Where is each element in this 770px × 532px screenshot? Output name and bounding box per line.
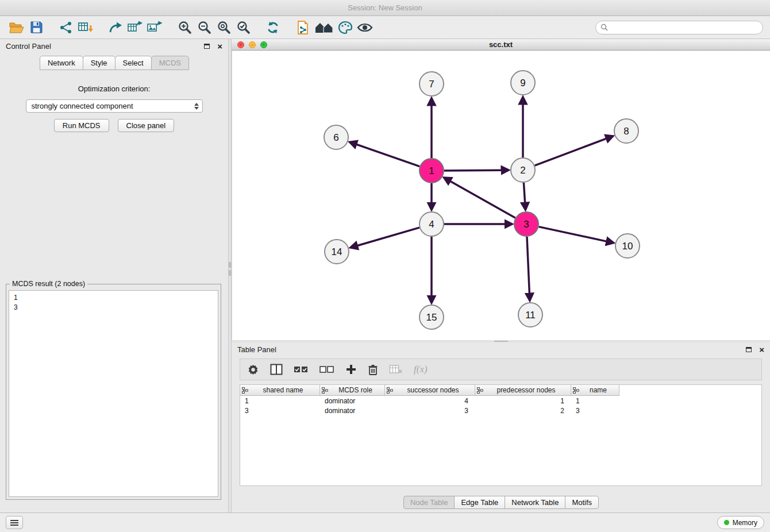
close-panel-icon[interactable]: ×: [759, 345, 764, 354]
column-header-name[interactable]: name: [571, 385, 619, 396]
column-tree-icon: [477, 387, 483, 394]
zoom-out-icon: [197, 20, 211, 34]
graph-edge-3-10[interactable]: [539, 227, 608, 242]
graph-node-15[interactable]: 15: [419, 305, 444, 329]
graph-node-9[interactable]: 9: [511, 71, 535, 95]
memory-button[interactable]: Memory: [717, 516, 764, 529]
delete-column-button[interactable]: [368, 364, 378, 376]
network-graph[interactable]: 7968124310141511: [232, 51, 770, 340]
zoom-in-button[interactable]: [175, 18, 194, 37]
tab-node-table[interactable]: Node Table: [403, 496, 455, 509]
graph-node-10[interactable]: 10: [615, 234, 640, 258]
cell-shared-name[interactable]: 1: [240, 396, 320, 406]
graph-edge-2-3[interactable]: [523, 183, 525, 204]
graph-node-2[interactable]: 2: [511, 158, 535, 182]
open-file-button[interactable]: [7, 18, 26, 37]
graph-edge-4-14[interactable]: [356, 228, 419, 246]
maximize-window-button[interactable]: +: [260, 41, 267, 48]
graph-node-1[interactable]: 1: [419, 159, 444, 183]
export-network-button[interactable]: [106, 18, 125, 37]
cell-mcds-role[interactable]: dominator: [320, 406, 385, 415]
import-table-button[interactable]: [76, 18, 95, 37]
cell-predecessor-nodes[interactable]: 2: [475, 406, 571, 415]
network-canvas[interactable]: 7968124310141511: [232, 51, 770, 340]
application-window: Session: New Session: [0, 0, 770, 532]
graph-node-4[interactable]: 4: [419, 212, 444, 236]
cell-successor-nodes[interactable]: 4: [385, 396, 475, 406]
graph-node-label: 3: [523, 219, 529, 230]
graph-node-7[interactable]: 7: [419, 72, 444, 96]
home-button[interactable]: [313, 18, 336, 37]
column-header-predecessor-nodes[interactable]: predecessor nodes: [475, 385, 571, 396]
tab-style[interactable]: Style: [83, 56, 116, 70]
mcds-result-box: MCDS result (2 nodes) 1 3: [6, 284, 221, 500]
column-tree-icon: [322, 387, 328, 394]
graph-node-14[interactable]: 14: [325, 240, 349, 264]
dropdown-arrows-icon: [194, 103, 199, 110]
tab-network-table[interactable]: Network Table: [505, 496, 565, 509]
show-columns-button[interactable]: [270, 364, 283, 375]
search-box[interactable]: [595, 21, 763, 34]
menu-button[interactable]: [6, 516, 23, 529]
save-session-button[interactable]: [26, 18, 46, 37]
export-table-button[interactable]: [125, 18, 145, 37]
graph-edge-3-11[interactable]: [527, 237, 530, 295]
zoom-out-button[interactable]: [194, 18, 214, 37]
table-row[interactable]: 1 dominator 4 1 1: [240, 396, 761, 406]
cell-successor-nodes[interactable]: 3: [385, 406, 475, 415]
graph-node-6[interactable]: 6: [324, 125, 348, 149]
graph-edge-3-1[interactable]: [449, 180, 515, 218]
cell-predecessor-nodes[interactable]: 1: [475, 396, 571, 406]
graph-edge-1-6[interactable]: [355, 144, 419, 167]
tab-mcds[interactable]: MCDS: [151, 56, 189, 70]
tab-edge-table[interactable]: Edge Table: [454, 496, 505, 509]
graph-edge-1-2[interactable]: [444, 170, 503, 171]
apply-style-button[interactable]: [336, 18, 355, 37]
export-image-button[interactable]: [145, 18, 164, 37]
columns-icon: [270, 364, 283, 375]
show-hide-button[interactable]: [355, 18, 375, 37]
add-column-button[interactable]: [345, 364, 357, 375]
column-header-successor-nodes[interactable]: successor nodes: [385, 385, 475, 396]
import-network-button[interactable]: [56, 18, 76, 37]
cell-name[interactable]: 3: [571, 406, 619, 415]
splitter-grip[interactable]: [494, 341, 508, 342]
graph-node-8[interactable]: 8: [614, 119, 638, 143]
tab-network[interactable]: Network: [40, 56, 83, 70]
cell-name[interactable]: 1: [571, 396, 619, 406]
cell-mcds-role[interactable]: dominator: [320, 396, 385, 406]
zoom-in-icon: [178, 20, 192, 34]
tab-select[interactable]: Select: [115, 56, 152, 70]
delete-table-button[interactable]: [389, 364, 403, 375]
close-window-button[interactable]: ×: [237, 41, 244, 48]
function-builder-button[interactable]: f(x): [414, 364, 428, 375]
search-input[interactable]: [611, 24, 758, 32]
refresh-button[interactable]: [263, 18, 283, 37]
criterion-dropdown[interactable]: strongly connected component: [26, 99, 203, 113]
splitter-grip[interactable]: [229, 262, 231, 268]
column-header-mcds-role[interactable]: MCDS role: [320, 385, 385, 396]
graph-node-3[interactable]: 3: [514, 212, 538, 236]
close-panel-icon[interactable]: ×: [217, 42, 222, 51]
deselect-all-button[interactable]: [319, 364, 334, 375]
close-panel-button[interactable]: Close panel: [118, 119, 175, 132]
clone-network-button[interactable]: [293, 18, 313, 37]
mcds-result-title: MCDS result (2 nodes): [10, 280, 87, 288]
column-header-shared-name[interactable]: shared name: [240, 385, 320, 396]
graph-node-11[interactable]: 11: [518, 303, 542, 327]
window-titlebar: Session: New Session: [0, 0, 770, 16]
float-panel-icon[interactable]: [746, 347, 752, 352]
zoom-fit-button[interactable]: [214, 18, 233, 37]
mcds-result-line: 3: [14, 303, 213, 313]
tab-motifs[interactable]: Motifs: [565, 496, 599, 509]
table-row[interactable]: 3 dominator 3 2 3: [240, 406, 761, 415]
minimize-window-button[interactable]: −: [249, 41, 256, 48]
splitter-grip[interactable]: [229, 270, 231, 276]
select-all-button[interactable]: [294, 364, 309, 375]
table-settings-button[interactable]: [247, 364, 259, 376]
run-mcds-button[interactable]: Run MCDS: [54, 119, 109, 132]
cell-shared-name[interactable]: 3: [240, 406, 320, 415]
graph-edge-2-8[interactable]: [535, 138, 608, 165]
float-panel-icon[interactable]: [204, 44, 210, 49]
zoom-selected-button[interactable]: [233, 18, 253, 37]
